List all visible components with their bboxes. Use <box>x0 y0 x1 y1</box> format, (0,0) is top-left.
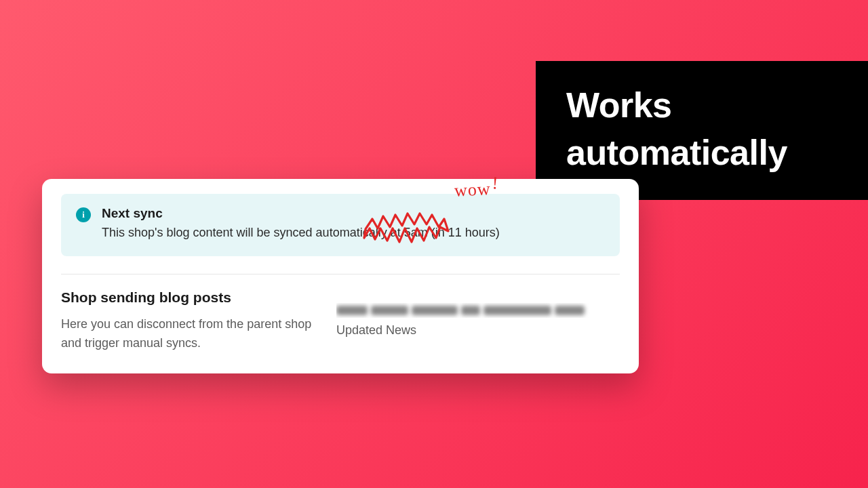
headline-line-1: Works <box>566 85 671 125</box>
divider <box>61 274 620 274</box>
shop-url-redacted <box>336 303 610 318</box>
content-row: Shop sending blog posts Here you can dis… <box>42 289 639 353</box>
banner-body: This shop's blog content will be synced … <box>102 224 500 241</box>
wow-annotation: wow! <box>454 178 499 201</box>
section-body: Here you can disconnect from the parent … <box>61 315 312 353</box>
shop-card[interactable]: Updated News <box>332 293 620 350</box>
banner-title: Next sync <box>102 206 500 221</box>
info-icon: i <box>76 207 91 222</box>
shop-subtitle: Updated News <box>336 323 610 338</box>
banner-content: Next sync This shop's blog content will … <box>102 206 500 241</box>
headline-line-2: automatically <box>566 133 787 172</box>
wow-exclaim: ! <box>491 173 498 193</box>
section-title: Shop sending blog posts <box>61 289 312 306</box>
shop-panel: Updated News <box>332 289 620 353</box>
next-sync-banner: i Next sync This shop's blog content wil… <box>61 194 620 256</box>
section-description: Shop sending blog posts Here you can dis… <box>61 289 312 353</box>
settings-card: i Next sync This shop's blog content wil… <box>42 179 639 373</box>
wow-text: wow <box>454 179 491 201</box>
headline-text: Works automatically <box>566 81 841 176</box>
